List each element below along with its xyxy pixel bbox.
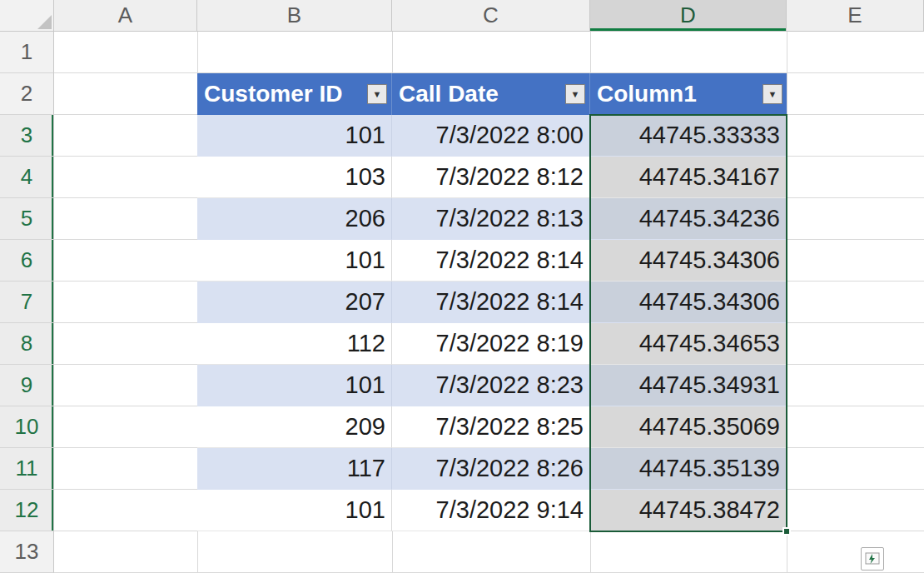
- column1-cell[interactable]: 44745.34236: [590, 198, 787, 240]
- column1-cell[interactable]: 44745.34306: [590, 282, 787, 323]
- table-header-label: Column1: [597, 81, 697, 107]
- customer-id-cell[interactable]: 112: [197, 323, 392, 365]
- table-row: 117 7/3/2022 8:26 44745.35139: [197, 448, 787, 490]
- customer-id-cell[interactable]: 117: [197, 448, 392, 490]
- column-header-a[interactable]: A: [54, 0, 197, 32]
- row-header-11[interactable]: 11: [0, 448, 54, 490]
- call-date-cell[interactable]: 7/3/2022 9:14: [392, 490, 590, 531]
- call-date-cell[interactable]: 7/3/2022 8:13: [392, 198, 590, 240]
- call-date-cell[interactable]: 7/3/2022 8:00: [392, 115, 590, 157]
- call-date-cell[interactable]: 7/3/2022 8:19: [392, 323, 590, 365]
- table-row: 206 7/3/2022 8:13 44745.34236: [197, 198, 787, 240]
- column-header-b[interactable]: B: [197, 0, 392, 32]
- quick-analysis-icon: [864, 551, 881, 567]
- column1-cell[interactable]: 44745.33333: [590, 115, 787, 157]
- customer-id-cell[interactable]: 101: [197, 115, 392, 157]
- table-header-call-date[interactable]: Call Date ▼: [392, 73, 590, 115]
- column1-cell[interactable]: 44745.38472: [590, 490, 787, 531]
- call-date-cell[interactable]: 7/3/2022 8:23: [392, 365, 590, 406]
- table-header-customer-id[interactable]: Customer ID ▼: [197, 73, 392, 115]
- table-row: 207 7/3/2022 8:14 44745.34306: [197, 282, 787, 323]
- column1-cell[interactable]: 44745.34931: [590, 365, 787, 406]
- customer-id-cell[interactable]: 207: [197, 282, 392, 323]
- call-date-cell[interactable]: 7/3/2022 8:26: [392, 448, 590, 490]
- filter-button-call-date[interactable]: ▼: [565, 84, 585, 104]
- customer-id-cell[interactable]: 101: [197, 490, 392, 531]
- column1-cell[interactable]: 44745.34167: [590, 157, 787, 198]
- column-header-c[interactable]: C: [392, 0, 590, 32]
- row-header-10[interactable]: 10: [0, 406, 54, 448]
- customer-id-cell[interactable]: 101: [197, 365, 392, 406]
- quick-analysis-button[interactable]: [861, 547, 884, 571]
- excel-spreadsheet: Customer ID ▼ Call Date ▼ Column1 ▼ 101 …: [0, 0, 924, 573]
- row-header-2[interactable]: 2: [0, 73, 54, 115]
- row-header-12[interactable]: 12: [0, 490, 54, 531]
- row-header-6[interactable]: 6: [0, 240, 54, 282]
- gridline: [787, 32, 787, 573]
- table-header-column1[interactable]: Column1 ▼: [590, 73, 787, 115]
- select-all-button[interactable]: [0, 0, 54, 32]
- column1-cell[interactable]: 44745.35069: [590, 406, 787, 448]
- row-header-7[interactable]: 7: [0, 282, 54, 323]
- table-row: 101 7/3/2022 8:14 44745.34306: [197, 240, 787, 282]
- customer-id-cell[interactable]: 101: [197, 240, 392, 282]
- row-header-13[interactable]: 13: [0, 531, 54, 573]
- call-date-cell[interactable]: 7/3/2022 8:14: [392, 240, 590, 282]
- filter-dropdown-icon: ▼: [571, 90, 580, 99]
- customer-id-cell[interactable]: 206: [197, 198, 392, 240]
- table-row: 101 7/3/2022 8:00 44745.33333: [197, 115, 787, 157]
- table-row: 103 7/3/2022 8:12 44745.34167: [197, 157, 787, 198]
- column1-cell[interactable]: 44745.34306: [590, 240, 787, 282]
- column-header-d-selected[interactable]: D: [590, 0, 787, 32]
- row-header-8[interactable]: 8: [0, 323, 54, 365]
- table-row: 112 7/3/2022 8:19 44745.34653: [197, 323, 787, 365]
- row-header-5[interactable]: 5: [0, 198, 54, 240]
- table-row: 101 7/3/2022 8:23 44745.34931: [197, 365, 787, 406]
- fill-handle[interactable]: [782, 527, 791, 536]
- row-header-3[interactable]: 3: [0, 115, 54, 157]
- table-header-label: Customer ID: [204, 81, 342, 107]
- column-header-bar: A B C D E: [0, 0, 924, 32]
- row-header-bar: 1 2 3 4 5 6 7 8 9 10 11 12 13: [0, 32, 54, 573]
- column-header-e[interactable]: E: [787, 0, 924, 32]
- table-header-row: Customer ID ▼ Call Date ▼ Column1 ▼: [197, 73, 787, 115]
- filter-button-column1[interactable]: ▼: [763, 84, 782, 104]
- call-date-cell[interactable]: 7/3/2022 8:25: [392, 406, 590, 448]
- row-header-1[interactable]: 1: [0, 32, 54, 73]
- customer-id-cell[interactable]: 209: [197, 406, 392, 448]
- filter-button-customer-id[interactable]: ▼: [367, 84, 387, 104]
- column1-cell[interactable]: 44745.34653: [590, 323, 787, 365]
- call-date-cell[interactable]: 7/3/2022 8:14: [392, 282, 590, 323]
- select-all-triangle-icon: [37, 15, 52, 29]
- table-row: 101 7/3/2022 9:14 44745.38472: [197, 490, 787, 531]
- customer-id-cell[interactable]: 103: [197, 157, 392, 198]
- filter-dropdown-icon: ▼: [373, 90, 382, 99]
- column1-cell[interactable]: 44745.35139: [590, 448, 787, 490]
- call-date-cell[interactable]: 7/3/2022 8:12: [392, 157, 590, 198]
- table-header-label: Call Date: [399, 81, 499, 107]
- filter-dropdown-icon: ▼: [768, 90, 777, 99]
- row-header-4[interactable]: 4: [0, 157, 54, 198]
- row-header-9[interactable]: 9: [0, 365, 54, 406]
- data-table: Customer ID ▼ Call Date ▼ Column1 ▼ 101 …: [197, 73, 787, 531]
- table-row: 209 7/3/2022 8:25 44745.35069: [197, 406, 787, 448]
